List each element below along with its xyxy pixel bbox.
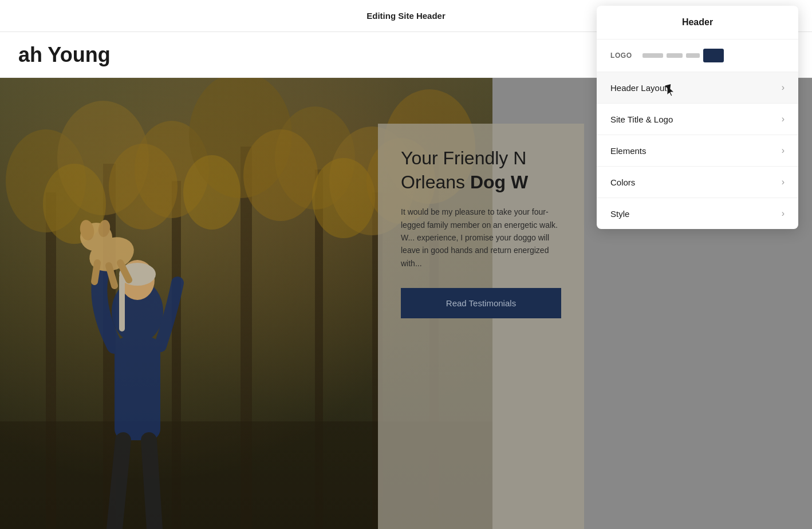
hero-cta-button[interactable]: Read Testimonials [401,288,561,318]
svg-point-20 [243,129,318,221]
panel-item-header-layout[interactable]: Header Layout › [597,72,798,104]
chevron-right-icon: › [782,114,785,124]
panel-item-label: Elements [610,146,647,156]
logo-option-active[interactable] [703,49,724,62]
header-panel: Header LOGO Header Layout › Site Title &… [597,6,798,229]
chevron-right-icon: › [782,208,785,219]
svg-rect-28 [119,274,125,331]
svg-rect-25 [115,337,160,440]
panel-item-elements[interactable]: Elements › [597,135,798,167]
site-title: ah Young [18,43,617,67]
hero-text-box: Your Friendly N Orleans Dog W It would b… [378,124,584,529]
logo-options [642,49,785,62]
logo-label: LOGO [610,52,636,60]
panel-item-label: Style [610,209,629,219]
topbar-title: Editing Site Header [366,11,446,21]
hero-heading-line2: Orleans Dog W [401,172,528,192]
panel-item-style[interactable]: Style › [597,198,798,229]
logo-option-3[interactable] [686,53,700,58]
panel-item-label: Header Layout [610,83,667,93]
panel-item-label: Site Title & Logo [610,115,673,124]
logo-option-1[interactable] [642,53,663,58]
logo-option-2[interactable] [667,53,683,58]
panel-item-site-title-logo[interactable]: Site Title & Logo › [597,104,798,135]
hero-heading-bold: Dog W [470,172,528,192]
chevron-right-icon: › [782,82,785,93]
panel-title: Header [597,6,798,40]
logo-section: LOGO [597,40,798,72]
panel-item-colors[interactable]: Colors › [597,167,798,198]
hero-body-text: It would be my pleasure to take your fou… [401,206,561,270]
hero-heading-line1: Your Friendly N [401,148,526,168]
panel-item-label: Colors [610,177,635,187]
logo-row: LOGO [610,49,785,62]
hero-heading: Your Friendly N Orleans Dog W [401,147,561,194]
chevron-right-icon: › [782,145,785,156]
chevron-right-icon: › [782,177,785,187]
svg-point-21 [312,158,375,238]
